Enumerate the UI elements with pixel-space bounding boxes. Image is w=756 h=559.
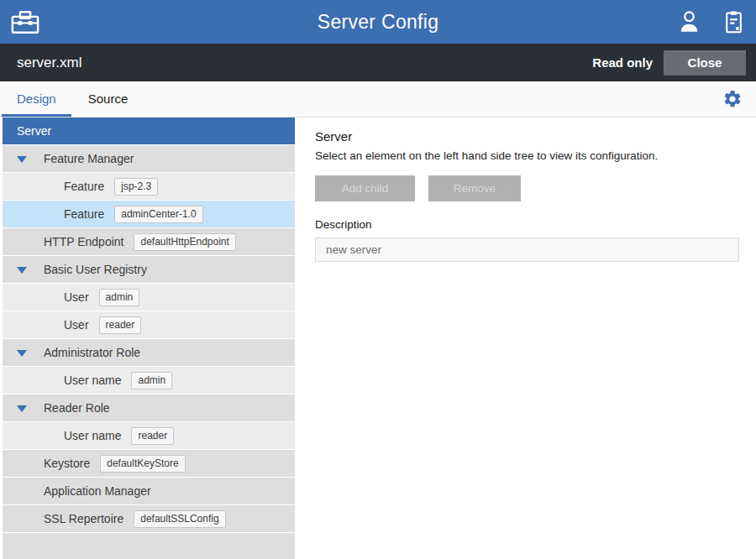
toolbox-button[interactable] [11, 10, 39, 34]
tree-item-badge: reader [131, 427, 174, 445]
tree-row[interactable]: KeystoredefaultKeyStore [3, 450, 295, 477]
user-button[interactable] [678, 9, 701, 34]
tree-item-label: User [64, 290, 89, 304]
chevron-down-icon[interactable] [17, 156, 27, 163]
settings-button[interactable] [722, 89, 743, 109]
app-header: Server Config [0, 0, 756, 44]
tree-row [3, 533, 295, 559]
tree-item-badge: defaultKeyStore [100, 455, 185, 473]
tab-design[interactable]: Design [2, 81, 71, 117]
add-child-button[interactable]: Add child [315, 175, 415, 201]
tree-row[interactable]: FeatureadminCenter-1.0 [3, 201, 295, 227]
tree-row[interactable]: User namereader [3, 422, 295, 449]
detail-panel: Server Select an element on the left han… [295, 118, 756, 559]
tree-item-label: Administrator Role [44, 346, 140, 359]
tree-row[interactable]: Useradmin [3, 284, 295, 311]
detail-title: Server [315, 129, 739, 144]
tree-item-label: User name [64, 429, 121, 442]
filename-label: server.xml [17, 55, 81, 71]
detail-subtitle: Select an element on the left hand side … [315, 149, 739, 162]
tree-row[interactable]: Reader Role [3, 394, 295, 421]
close-button[interactable]: Close [664, 50, 746, 76]
main-content: ServerFeature ManagerFeaturejsp-2.3Featu… [0, 118, 756, 559]
tree-row[interactable]: Feature Manager [3, 145, 295, 172]
tree-item-label: HTTP Endpoint [44, 235, 123, 248]
description-input[interactable] [315, 238, 739, 262]
clipboard-icon [725, 10, 743, 34]
gear-icon [722, 89, 743, 109]
tree-row[interactable]: Application Manager [3, 478, 295, 504]
tree-row[interactable]: Featurejsp-2.3 [3, 173, 295, 200]
tree-item-badge: adminCenter-1.0 [114, 206, 202, 223]
tree-item-label: User [64, 318, 89, 332]
tab-source[interactable]: Source [73, 81, 144, 117]
read-only-badge: Read only [592, 55, 653, 70]
tree-row[interactable]: SSL RepertoiredefaultSSLConfig [3, 505, 295, 532]
chevron-down-icon[interactable] [17, 350, 27, 357]
tree-item-label: Feature [64, 180, 104, 193]
tree-row[interactable]: User nameadmin [3, 367, 295, 394]
page-title: Server Config [0, 11, 756, 34]
tree-item-label: Reader Role [44, 401, 110, 415]
tree-row[interactable]: Server [3, 118, 295, 144]
tree-item-badge: defaultHttpEndpoint [134, 233, 235, 251]
tree-row[interactable]: Administrator Role [3, 339, 295, 366]
tree-item-label: Basic User Registry [44, 263, 147, 276]
chevron-down-icon[interactable] [17, 405, 27, 412]
chevron-down-icon[interactable] [17, 267, 27, 274]
tree-item-label: Feature Manager [44, 152, 134, 165]
tree-item-badge: reader [99, 316, 142, 334]
header-actions [678, 9, 743, 34]
tree-item-label: SSL Repertoire [44, 512, 123, 525]
tree-row[interactable]: Userreader [3, 311, 295, 338]
tree-item-badge: admin [131, 372, 172, 389]
tree-item-label: Feature [64, 207, 104, 221]
tree-item-badge: jsp-2.3 [114, 178, 158, 196]
tree-row[interactable]: Basic User Registry [3, 256, 295, 283]
config-tree: ServerFeature ManagerFeaturejsp-2.3Featu… [0, 118, 295, 559]
tree-item-badge: admin [99, 289, 140, 306]
tab-bar: Design Source [0, 81, 756, 118]
user-icon [678, 9, 701, 34]
toolbox-icon [11, 10, 39, 34]
tree-item-badge: defaultSSLConfig [134, 510, 225, 528]
tree-item-label: Server [17, 124, 51, 138]
remove-button[interactable]: Remove [428, 175, 521, 201]
description-label: Description [315, 218, 739, 231]
file-bar: server.xml Read only Close [0, 44, 756, 81]
clipboard-button[interactable] [725, 10, 743, 34]
tree-row[interactable]: HTTP EndpointdefaultHttpEndpoint [3, 228, 295, 255]
tree-item-label: Keystore [44, 457, 90, 470]
tree-item-label: User name [64, 374, 121, 387]
tree-item-label: Application Manager [44, 484, 151, 498]
